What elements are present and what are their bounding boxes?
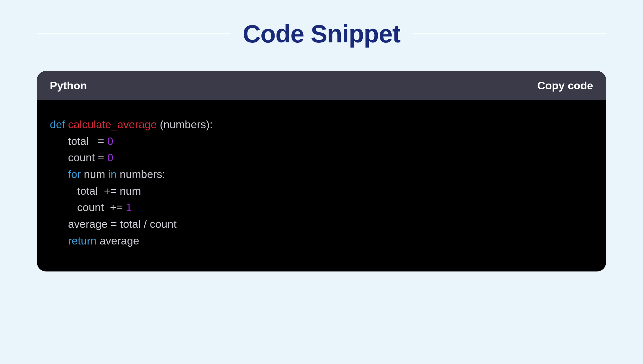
copy-code-button[interactable]: Copy code (537, 79, 593, 92)
code-line: count += 1 (50, 199, 593, 216)
code-line: total = 0 (50, 133, 593, 150)
token-keyword: for (68, 168, 81, 180)
header: Code Snippet (37, 19, 606, 49)
token-indent (50, 151, 68, 164)
token-indent (50, 168, 68, 180)
token-number: 0 (107, 135, 113, 147)
token-keyword: def (50, 118, 65, 130)
token-keyword: return (68, 235, 97, 247)
token-text: count += (77, 201, 126, 213)
title-rule-left (37, 34, 230, 34)
language-label: Python (50, 79, 87, 92)
token-text: num (81, 168, 108, 180)
token-text: average = total / count (68, 218, 177, 230)
title-rule-right (413, 34, 606, 34)
code-header: Python Copy code (37, 71, 606, 100)
token-text: total += num (77, 185, 141, 197)
token-indent (50, 235, 68, 247)
token-text: total = (68, 135, 107, 147)
token-indent (50, 201, 77, 213)
token-text: count = (68, 151, 107, 164)
token-function-name: calculate_average (65, 118, 157, 130)
token-number: 1 (126, 201, 132, 213)
code-body: def calculate_average (numbers): total =… (37, 100, 606, 271)
code-line: return average (50, 233, 593, 249)
token-text: average (97, 235, 139, 247)
code-line: total += num (50, 183, 593, 200)
token-keyword: in (108, 168, 116, 180)
token-text: numbers: (117, 168, 165, 180)
token-text: (numbers): (157, 118, 213, 130)
code-line: def calculate_average (numbers): (50, 116, 593, 133)
token-indent (50, 218, 68, 230)
page-title: Code Snippet (243, 19, 401, 49)
code-line: count = 0 (50, 149, 593, 166)
token-indent (50, 185, 77, 197)
token-number: 0 (107, 151, 113, 164)
code-line: average = total / count (50, 216, 593, 233)
token-indent (50, 135, 68, 147)
code-line: for num in numbers: (50, 166, 593, 183)
code-snippet-card: Python Copy code def calculate_average (… (37, 71, 606, 271)
